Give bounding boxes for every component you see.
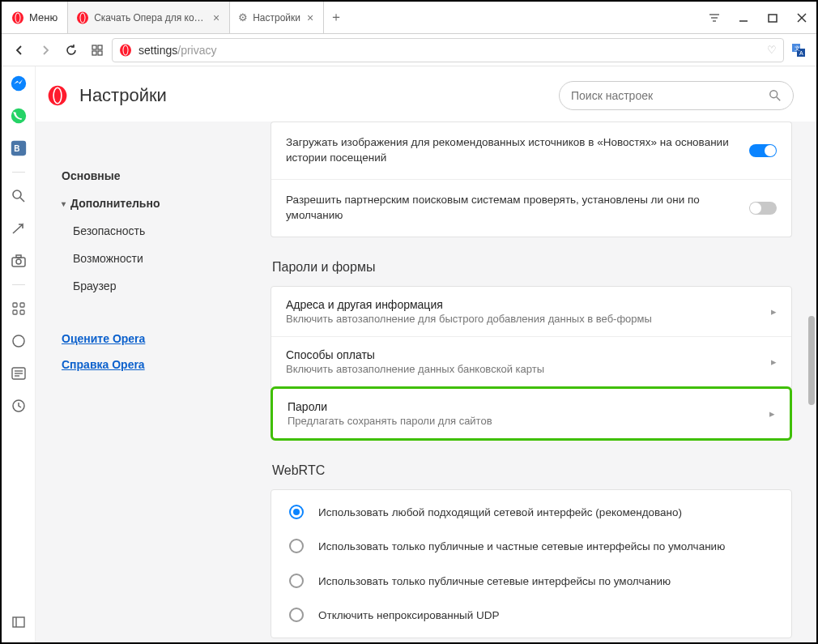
opera-menu-button[interactable]: Меню (2, 2, 68, 33)
browser-tab[interactable]: ⚙ Настройки × (230, 2, 324, 33)
svg-rect-42 (13, 617, 24, 627)
toggle-switch[interactable] (749, 202, 777, 215)
svg-line-29 (20, 198, 24, 202)
flow-icon[interactable] (10, 220, 28, 237)
reload-button[interactable] (60, 39, 83, 62)
addresses-row[interactable]: Адреса и другая информация Включить авто… (271, 287, 791, 337)
webrtc-option[interactable]: Использовать только публичные сетевые ин… (286, 564, 777, 599)
radio-button[interactable] (289, 539, 304, 553)
help-opera-link[interactable]: Справка Opera (50, 352, 271, 377)
svg-point-25 (11, 109, 25, 123)
radio-button[interactable] (289, 574, 304, 588)
vk-icon[interactable]: B (10, 139, 28, 157)
svg-rect-15 (92, 51, 96, 55)
svg-point-46 (54, 88, 61, 103)
settings-content: Загружать изображения для рекомендованны… (271, 122, 816, 642)
toggle-switch[interactable] (749, 144, 777, 157)
svg-point-19 (124, 45, 128, 54)
svg-rect-10 (769, 15, 777, 22)
radio-button[interactable] (289, 505, 304, 519)
webrtc-option[interactable]: Использовать любой подходящий сетевой ин… (286, 495, 777, 530)
svg-rect-16 (98, 51, 102, 55)
bookmarks-icon[interactable] (10, 332, 28, 350)
news-icon[interactable] (10, 365, 28, 382)
browser-tab[interactable]: Скачать Опера для компь × (68, 2, 230, 33)
settings-nav: Основные Дополнительно Безопасность Возм… (36, 122, 271, 642)
url-input[interactable]: settings/privacy ♡ (112, 38, 784, 62)
radio-label: Использовать любой подходящий сетевой ин… (318, 505, 682, 520)
svg-text:B: B (14, 144, 19, 153)
setting-card: Разрешить партнерским поисковым системам… (271, 180, 792, 237)
svg-text:A: A (799, 50, 803, 56)
close-icon[interactable]: × (211, 11, 221, 24)
svg-line-48 (777, 97, 780, 100)
search-input[interactable] (571, 89, 769, 102)
opera-logo-icon (47, 85, 68, 106)
row-sub: Включить автозаполнение для быстрого доб… (286, 313, 761, 325)
forward-button[interactable] (34, 39, 57, 62)
svg-rect-33 (13, 303, 17, 307)
row-title: Способы оплаты (286, 348, 761, 361)
messenger-icon[interactable] (10, 75, 28, 92)
radio-label: Использовать только публичные сетевые ин… (318, 574, 671, 589)
svg-point-5 (81, 13, 85, 22)
nav-browser[interactable]: Браузер (50, 272, 271, 300)
svg-rect-32 (16, 255, 21, 258)
gear-icon: ⚙ (238, 11, 248, 23)
back-button[interactable] (8, 39, 31, 62)
menu-label: Меню (29, 11, 58, 23)
row-sub: Предлагать сохранять пароли для сайтов (288, 415, 760, 427)
webrtc-options: Использовать любой подходящий сетевой ин… (271, 489, 792, 638)
rate-opera-link[interactable]: Оцените Opera (50, 326, 271, 352)
chevron-right-icon: ▸ (771, 356, 777, 368)
translate-icon[interactable]: 文A (787, 39, 810, 62)
close-icon[interactable]: × (305, 11, 315, 24)
svg-point-24 (11, 76, 25, 91)
expand-sidebar-icon[interactable] (10, 613, 28, 631)
row-title: Адреса и другая информация (286, 298, 761, 311)
url-text: settings/privacy (138, 44, 216, 57)
row-title: Пароли (288, 400, 760, 413)
easy-setup-icon[interactable] (700, 2, 729, 34)
search-icon[interactable] (10, 187, 28, 205)
opera-icon (11, 11, 24, 24)
history-icon[interactable] (10, 397, 28, 415)
radio-button[interactable] (289, 608, 304, 622)
webrtc-option[interactable]: Отключить непроксированный UDP (286, 598, 777, 633)
minimize-button[interactable] (729, 2, 758, 34)
row-sub: Включить автозаполнение данных банковско… (286, 363, 761, 375)
opera-icon (76, 11, 89, 24)
svg-rect-35 (13, 310, 17, 314)
svg-point-2 (16, 13, 20, 22)
radio-label: Отключить непроксированный UDP (318, 608, 500, 623)
heart-icon[interactable]: ♡ (767, 44, 777, 56)
svg-point-47 (770, 91, 778, 98)
svg-point-28 (13, 190, 21, 198)
tab-title: Скачать Опера для компь (94, 12, 207, 23)
section-passwords: Пароли и формы (272, 260, 792, 275)
nav-advanced[interactable]: Дополнительно (50, 190, 271, 217)
settings-search[interactable] (559, 81, 794, 110)
nav-security[interactable]: Безопасность (50, 217, 271, 245)
nav-features[interactable]: Возможности (50, 245, 271, 272)
tab-title: Настройки (253, 12, 300, 23)
snapshot-icon[interactable] (10, 252, 28, 270)
payment-row[interactable]: Способы оплаты Включить автозаполнение д… (271, 337, 791, 387)
scrollbar[interactable] (808, 316, 815, 405)
webrtc-option[interactable]: Использовать только публичные и частные … (286, 529, 777, 564)
settings-header: Настройки (36, 66, 816, 122)
title-bar: Меню Скачать Опера для компь × ⚙ Настрой… (2, 2, 816, 34)
speed-dial-icon[interactable] (10, 300, 28, 318)
new-tab-button[interactable]: ＋ (324, 2, 348, 33)
opera-icon (119, 44, 132, 57)
svg-rect-34 (20, 303, 24, 307)
nav-basic[interactable]: Основные (50, 162, 271, 190)
chevron-right-icon: ▸ (771, 305, 777, 318)
section-webrtc: WebRTC (272, 463, 792, 478)
close-window-button[interactable] (787, 2, 816, 34)
passwords-row[interactable]: Пароли Предлагать сохранять пароли для с… (271, 386, 792, 441)
speed-dial-button[interactable] (86, 39, 109, 62)
maximize-button[interactable] (758, 2, 787, 34)
sidebar-icons: B (2, 66, 36, 642)
whatsapp-icon[interactable] (10, 107, 28, 125)
